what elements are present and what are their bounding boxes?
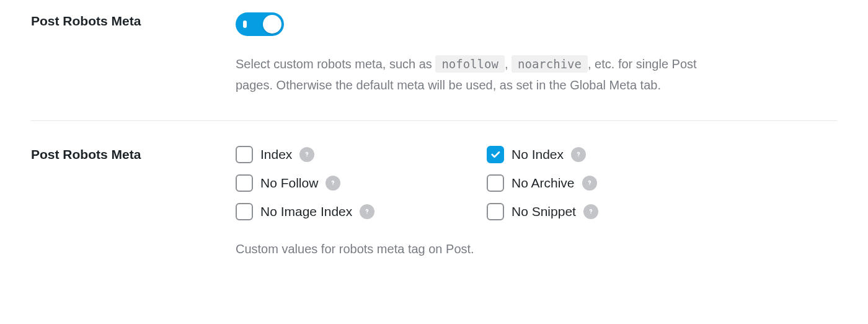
checkbox-no-image-index[interactable]: [236, 203, 253, 220]
checkbox-item-no-snippet: No Snippet: [487, 203, 732, 220]
code-nofollow: nofollow: [435, 55, 505, 73]
toggle-description: Select custom robots meta, such as nofol…: [236, 53, 732, 96]
checkbox-item-no-index: No Index: [487, 146, 732, 163]
help-icon[interactable]: [326, 176, 340, 191]
checkbox-no-follow[interactable]: [236, 174, 253, 192]
checkboxes-description: Custom values for robots meta tag on Pos…: [236, 239, 837, 259]
checkbox-item-no-archive: No Archive: [487, 174, 732, 192]
setting-label-toggle: Post Robots Meta: [31, 12, 236, 29]
help-icon[interactable]: [583, 204, 598, 219]
desc-sep-1: ,: [505, 57, 512, 71]
setting-label-checkboxes: Post Robots Meta: [31, 146, 236, 162]
desc-text-1: Select custom robots meta, such as: [236, 57, 435, 71]
setting-content-toggle: Select custom robots meta, such as nofol…: [236, 12, 837, 96]
checkbox-grid: Index No Index No Follow: [236, 146, 732, 220]
toggle-knob-icon: [263, 15, 281, 34]
checkbox-no-archive[interactable]: [487, 174, 504, 192]
checkbox-label-no-image-index: No Image Index: [260, 204, 352, 219]
checkbox-item-no-image-index: No Image Index: [236, 203, 480, 220]
checkbox-label-no-index: No Index: [512, 147, 564, 162]
checkbox-label-no-follow: No Follow: [260, 176, 318, 191]
setting-content-checkboxes: Index No Index No Follow: [236, 146, 837, 259]
checkbox-no-index[interactable]: [487, 146, 504, 163]
checkbox-index[interactable]: [236, 146, 253, 163]
help-icon[interactable]: [571, 147, 586, 162]
toggle-indicator-icon: [243, 20, 247, 28]
checkbox-label-no-archive: No Archive: [512, 176, 575, 191]
help-icon[interactable]: [360, 204, 374, 219]
checkbox-label-no-snippet: No Snippet: [512, 204, 576, 219]
checkbox-label-index: Index: [260, 147, 292, 162]
checkmark-icon: [490, 149, 501, 160]
robots-meta-toggle[interactable]: [236, 12, 284, 36]
help-icon[interactable]: [582, 176, 597, 191]
checkbox-item-no-follow: No Follow: [236, 174, 480, 192]
code-noarchive: noarchive: [512, 55, 588, 73]
help-icon[interactable]: [299, 147, 314, 162]
checkbox-item-index: Index: [236, 146, 480, 163]
checkbox-no-snippet[interactable]: [487, 203, 504, 220]
post-robots-meta-toggle-row: Post Robots Meta Select custom robots me…: [31, 12, 837, 121]
post-robots-meta-checkbox-row: Post Robots Meta Index No Index: [31, 146, 837, 284]
